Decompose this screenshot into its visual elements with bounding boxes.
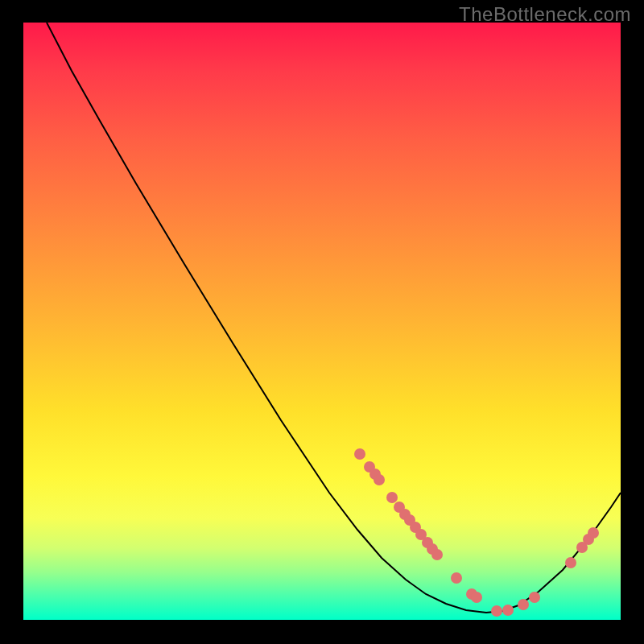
data-points — [354, 448, 599, 617]
data-point — [529, 592, 540, 603]
data-point — [451, 572, 462, 584]
data-point — [471, 592, 482, 603]
data-point — [386, 492, 398, 503]
data-point — [374, 474, 385, 485]
data-point — [518, 599, 529, 610]
data-point — [502, 605, 514, 616]
data-point — [354, 448, 365, 460]
bottleneck-curve — [47, 23, 621, 613]
watermark-text: TheBottleneck.com — [459, 3, 631, 26]
data-point — [491, 605, 502, 617]
chart-area — [23, 23, 621, 620]
data-point — [588, 527, 599, 539]
chart-svg — [23, 23, 621, 620]
data-point — [431, 549, 443, 560]
data-point — [565, 557, 576, 568]
